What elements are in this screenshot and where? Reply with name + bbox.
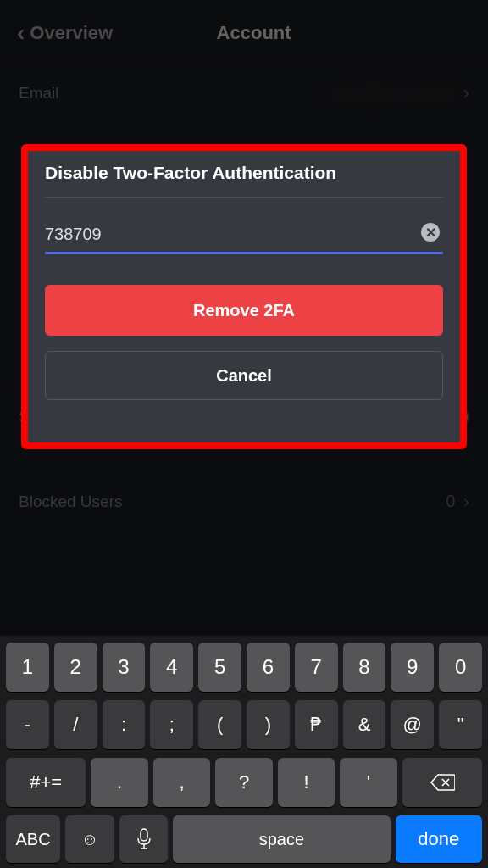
key-apos[interactable]: ' (340, 758, 396, 807)
back-chevron-icon[interactable]: ‹ (17, 19, 25, 47)
clear-input-icon[interactable]: ✕ (421, 223, 440, 242)
row-blocked-users[interactable]: Blocked Users 0 › (0, 476, 488, 526)
done-key[interactable]: done (396, 815, 482, 863)
remove-2fa-button[interactable]: Remove 2FA (45, 285, 443, 336)
key-5[interactable]: 5 (198, 643, 241, 692)
key-lparen[interactable]: ( (198, 700, 241, 749)
key-dash[interactable]: - (6, 700, 49, 749)
key-abc[interactable]: ABC (6, 815, 60, 863)
row-blocked-label: Blocked Users (19, 492, 123, 511)
key-quote[interactable]: " (439, 700, 482, 749)
key-4[interactable]: 4 (150, 643, 193, 692)
cancel-button[interactable]: Cancel (45, 351, 443, 400)
key-comma[interactable]: , (153, 758, 210, 807)
row-email[interactable]: Email user@email.com › (0, 66, 488, 120)
backspace-key[interactable] (402, 758, 482, 807)
key-semicolon[interactable]: ; (150, 700, 193, 749)
mic-key[interactable] (119, 815, 169, 863)
key-slash[interactable]: / (54, 700, 97, 749)
key-colon[interactable]: : (103, 700, 146, 749)
row-email-label: Email (19, 84, 59, 103)
key-question[interactable]: ? (215, 758, 272, 807)
key-6[interactable]: 6 (247, 643, 290, 692)
keyboard-row-1: 1 2 3 4 5 6 7 8 9 0 (3, 643, 485, 692)
key-symbols[interactable]: #+= (6, 758, 86, 807)
svg-rect-0 (141, 829, 147, 841)
key-amp[interactable]: & (343, 700, 386, 749)
chevron-right-icon: › (463, 82, 469, 104)
back-label[interactable]: Overview (30, 22, 113, 44)
space-key[interactable]: space (173, 815, 390, 863)
input-underline (45, 252, 443, 254)
ios-keyboard: 1 2 3 4 5 6 7 8 9 0 - / : ; ( ) ₱ & @ " … (0, 636, 488, 868)
key-at[interactable]: @ (391, 700, 434, 749)
key-8[interactable]: 8 (343, 643, 386, 692)
blocked-count: 0 (446, 492, 455, 511)
key-0[interactable]: 0 (439, 643, 482, 692)
navbar: ‹ Overview Account (0, 0, 488, 66)
emoji-icon: ☺ (81, 830, 98, 849)
key-peso[interactable]: ₱ (295, 700, 338, 749)
key-1[interactable]: 1 (6, 643, 49, 692)
key-2[interactable]: 2 (54, 643, 97, 692)
keyboard-row-4: ABC ☺ space done (3, 815, 485, 863)
key-period[interactable]: . (91, 758, 147, 807)
code-input-wrap: ✕ (45, 225, 443, 254)
backspace-icon (430, 773, 455, 792)
keyboard-row-3: #+= . , ? ! ' (3, 758, 485, 807)
dialog-title: Disable Two-Factor Authentication (45, 163, 443, 183)
chevron-right-icon: › (463, 492, 469, 511)
key-9[interactable]: 9 (391, 643, 434, 692)
code-input[interactable] (45, 225, 443, 244)
divider (45, 197, 443, 198)
key-rparen[interactable]: ) (247, 700, 290, 749)
mic-icon (136, 828, 152, 850)
keyboard-row-2: - / : ; ( ) ₱ & @ " (3, 700, 485, 749)
row-email-value: user@email.com (334, 84, 455, 103)
key-exclaim[interactable]: ! (278, 758, 335, 807)
page-title: Account (113, 22, 395, 44)
disable-2fa-dialog: Disable Two-Factor Authentication ✕ Remo… (21, 144, 467, 449)
emoji-key[interactable]: ☺ (65, 815, 114, 863)
key-3[interactable]: 3 (103, 643, 146, 692)
key-7[interactable]: 7 (295, 643, 338, 692)
